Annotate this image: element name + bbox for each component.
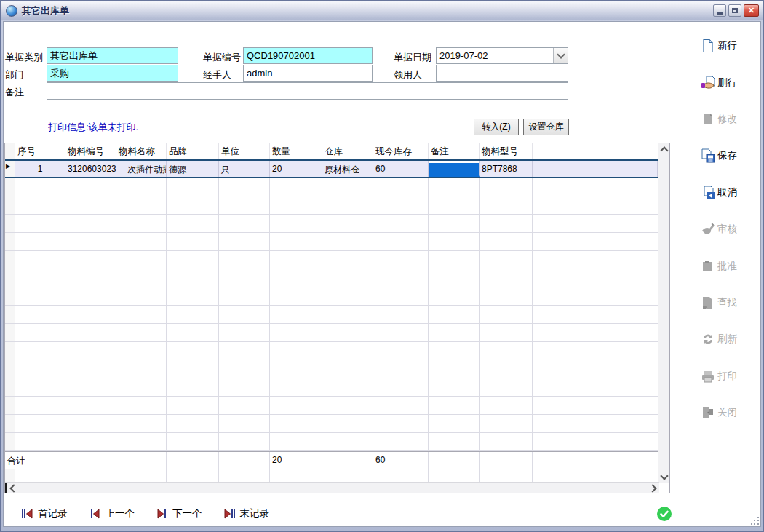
grid-cell[interactable]: 只 <box>219 161 270 177</box>
doc-type-field[interactable] <box>47 47 178 64</box>
row-indicator <box>5 233 15 250</box>
maximize-button[interactable] <box>728 4 741 17</box>
nav-item-4[interactable]: 末记录 <box>223 507 270 520</box>
chevron-up-icon <box>660 146 668 154</box>
grid-cell <box>167 233 219 250</box>
grid-cell[interactable]: 1 <box>15 161 65 177</box>
nav-item-label: 上一个 <box>106 507 135 520</box>
grid-cell[interactable]: 原材料仓 <box>322 161 373 177</box>
grid-total-row: 合计2060 <box>5 451 659 469</box>
grid-cell <box>270 415 322 432</box>
grid-cell <box>373 397 429 414</box>
minimize-button[interactable] <box>713 4 726 17</box>
doc-date-combo[interactable] <box>436 47 568 64</box>
grid-cell <box>270 269 322 287</box>
sidebar-button-6: 审核 <box>685 211 762 247</box>
grid-cell[interactable]: 60 <box>373 161 429 177</box>
grid-cell <box>480 196 533 214</box>
grid-empty-row <box>5 397 659 415</box>
grid-cell <box>322 196 373 214</box>
sidebar-button-label: 取消 <box>717 186 737 199</box>
recipient-field[interactable] <box>436 65 568 82</box>
close-button[interactable]: ✕ <box>744 4 759 17</box>
doc-no-field[interactable] <box>243 47 373 64</box>
grid-cell <box>15 178 65 196</box>
grid-cell[interactable]: 20 <box>270 161 322 177</box>
grid-cell <box>533 269 659 287</box>
grid-column-header-9: 备注 <box>429 143 480 159</box>
grid-cell <box>533 433 659 450</box>
modify-icon <box>701 112 715 127</box>
app-globe-icon <box>6 5 17 17</box>
grid-cell <box>533 452 659 469</box>
grid-cell <box>15 324 65 341</box>
nav-item-3[interactable]: 下一个 <box>156 507 202 520</box>
grid-cell[interactable]: 8PT7868 <box>480 161 533 177</box>
items-grid[interactable]: 序号物料编号物料名称品牌单位数量仓库现今库存备注物料型号▶13120603023… <box>4 143 670 493</box>
title-bar[interactable]: 其它出库单 ✕ <box>1 1 763 20</box>
grid-cell <box>219 269 270 287</box>
grid-column-header-3: 物料名称 <box>116 143 167 159</box>
grid-cell <box>429 452 480 469</box>
grid-cell <box>429 215 480 232</box>
scroll-up-button[interactable] <box>658 144 669 155</box>
grid-cell <box>167 378 219 396</box>
grid-column-header-10: 物料型号 <box>480 143 533 159</box>
chevron-down-icon <box>660 472 668 480</box>
set-warehouse-button[interactable]: 设置仓库 <box>523 119 569 135</box>
sidebar-button-11: 关闭 <box>685 394 762 431</box>
dept-field[interactable] <box>47 65 178 82</box>
grid-cell <box>167 178 219 196</box>
scroll-down-button[interactable] <box>658 472 669 483</box>
grid-cell <box>373 287 429 305</box>
nav-item-1[interactable]: 首记录 <box>21 507 68 520</box>
grid-cell <box>15 360 65 378</box>
grid-cell <box>429 269 480 287</box>
delete-row-icon <box>701 76 715 90</box>
row-indicator <box>5 378 15 396</box>
handler-label: 经手人 <box>203 68 231 82</box>
grid-cell <box>15 233 65 250</box>
sidebar-button-3: 修改 <box>685 101 762 138</box>
sidebar-button-1[interactable]: 新行 <box>685 28 762 64</box>
grid-cell <box>429 178 480 196</box>
grid-cell <box>15 378 65 396</box>
transfer-button[interactable]: 转入(Z) <box>474 119 519 135</box>
scroll-left-button[interactable] <box>7 483 18 493</box>
grid-cell[interactable]: 3120603023 <box>65 161 116 177</box>
maximize-icon <box>732 8 738 13</box>
grid-cell <box>219 324 270 341</box>
sidebar-button-5[interactable]: 取消 <box>685 175 762 211</box>
resize-grip[interactable] <box>750 516 760 525</box>
handler-field[interactable] <box>243 65 373 82</box>
grid-column-header-6: 数量 <box>270 143 322 159</box>
doc-date-dropdown-button[interactable] <box>553 48 568 63</box>
new-row-icon <box>701 39 715 53</box>
grid-horizontal-scrollbar[interactable] <box>5 482 659 493</box>
row-indicator <box>5 415 15 432</box>
sidebar-button-4[interactable]: 保存 <box>685 138 762 174</box>
grid-cell <box>322 287 373 305</box>
grid-cell <box>65 196 116 214</box>
nav-item-2[interactable]: 上一个 <box>89 507 135 520</box>
grid-cell <box>15 215 65 232</box>
grid-vertical-scrollbar[interactable] <box>658 143 669 483</box>
grid-cell <box>219 397 270 414</box>
grid-cell[interactable]: 二次插件动插 <box>116 161 167 177</box>
table-row[interactable]: ▶13120603023二次插件动插德源只20原材料仓608PT7868 <box>5 159 659 178</box>
sidebar-button-2[interactable]: 删行 <box>685 64 762 100</box>
scroll-right-button[interactable] <box>648 483 659 493</box>
doc-no-label: 单据编号 <box>203 51 241 64</box>
approve-icon <box>701 259 715 274</box>
next-record-icon <box>156 509 168 519</box>
grid-cell[interactable] <box>533 161 658 177</box>
doc-date-field[interactable] <box>436 47 568 64</box>
grid-empty-row <box>5 415 659 433</box>
grid-cell <box>270 196 322 214</box>
grid-cell <box>15 306 65 323</box>
grid-cell[interactable] <box>429 161 480 177</box>
grid-cell[interactable]: 德源 <box>167 161 219 177</box>
remark-field[interactable] <box>47 82 568 100</box>
grid-empty-row <box>5 433 659 451</box>
grid-empty-row <box>5 378 659 397</box>
